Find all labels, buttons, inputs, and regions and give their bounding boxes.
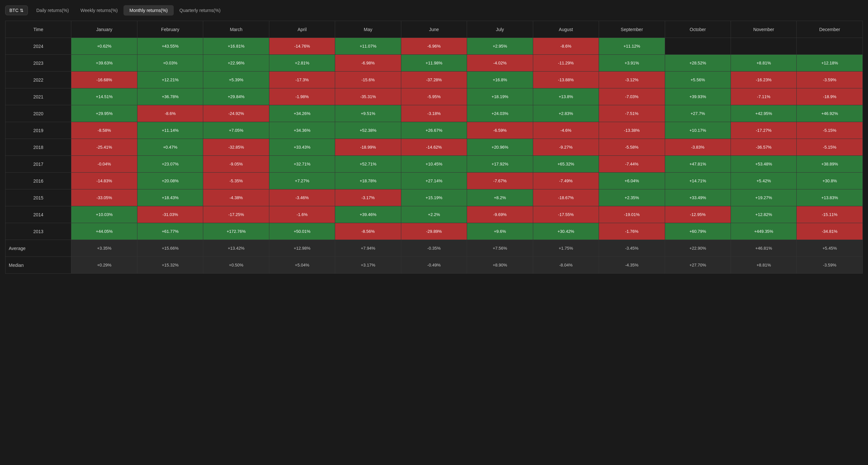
average-cell: +7.56%: [467, 240, 533, 257]
return-cell: +30.42%: [533, 223, 599, 240]
return-cell: +39.46%: [335, 206, 401, 223]
table-row: 2014+10.03%-31.03%-17.25%-1.6%+39.46%+2.…: [5, 206, 863, 223]
return-cell: +7.27%: [269, 173, 335, 190]
return-cell: +2.2%: [401, 206, 467, 223]
year-cell: 2020: [5, 105, 71, 122]
return-cell: -9.69%: [467, 206, 533, 223]
return-cell: +6.04%: [599, 173, 665, 190]
return-cell: +14.71%: [665, 173, 731, 190]
return-cell: +20.08%: [137, 173, 203, 190]
return-cell: +12.21%: [137, 72, 203, 89]
return-cell: +11.12%: [599, 38, 665, 55]
median-cell: +0.29%: [71, 257, 137, 274]
table-row: 2017-0.04%+23.07%-9.05%+32.71%+52.71%+10…: [5, 156, 863, 173]
asset-selector-label: BTC: [9, 8, 19, 13]
return-cell: -35.31%: [335, 89, 401, 105]
col-header-february: February: [137, 21, 203, 38]
return-cell: -14.76%: [269, 38, 335, 55]
return-cell: -15.6%: [335, 72, 401, 89]
return-cell: -4.6%: [533, 122, 599, 139]
return-cell: -4.38%: [203, 190, 269, 206]
return-cell: [731, 38, 796, 55]
col-header-march: March: [203, 21, 269, 38]
median-cell: +8.90%: [467, 257, 533, 274]
average-row: Average+3.35%+15.66%+13.42%+12.98%+7.94%…: [5, 240, 863, 257]
return-cell: -14.83%: [71, 173, 137, 190]
return-cell: -18.9%: [797, 89, 863, 105]
return-cell: +29.84%: [203, 89, 269, 105]
return-cell: -11.29%: [533, 55, 599, 72]
return-cell: +18.78%: [335, 173, 401, 190]
return-cell: +2.95%: [467, 38, 533, 55]
table-row: 2019-8.58%+11.14%+7.05%+34.36%+52.38%+26…: [5, 122, 863, 139]
return-cell: +27.14%: [401, 173, 467, 190]
year-cell: 2022: [5, 72, 71, 89]
return-cell: -5.35%: [203, 173, 269, 190]
return-cell: +33.43%: [269, 139, 335, 156]
return-cell: +50.01%: [269, 223, 335, 240]
median-row: Median+0.29%+15.32%+0.50%+5.04%+3.17%-0.…: [5, 257, 863, 274]
tab-monthly-returns---[interactable]: Monthly returns(%): [123, 5, 174, 15]
tab-quarterly-returns---[interactable]: Quarterly returns(%): [174, 5, 226, 15]
median-cell: -3.59%: [797, 257, 863, 274]
return-cell: -3.18%: [401, 105, 467, 122]
year-cell: 2016: [5, 173, 71, 190]
col-header-october: October: [665, 21, 731, 38]
average-cell: +3.35%: [71, 240, 137, 257]
return-cell: +61.77%: [137, 223, 203, 240]
return-cell: -8.56%: [335, 223, 401, 240]
return-cell: +24.03%: [467, 105, 533, 122]
return-cell: -16.68%: [71, 72, 137, 89]
return-cell: +65.32%: [533, 156, 599, 173]
tab-daily-returns---[interactable]: Daily returns(%): [30, 5, 74, 15]
return-cell: +18.43%: [137, 190, 203, 206]
return-cell: +33.49%: [665, 190, 731, 206]
return-cell: -9.27%: [533, 139, 599, 156]
return-cell: +5.39%: [203, 72, 269, 89]
median-cell: +8.81%: [731, 257, 796, 274]
return-cell: -9.05%: [203, 156, 269, 173]
return-cell: +36.78%: [137, 89, 203, 105]
return-cell: -12.95%: [665, 206, 731, 223]
return-cell: -18.67%: [533, 190, 599, 206]
table-row: 2023+39.63%+0.03%+22.96%+2.81%-6.98%+11.…: [5, 55, 863, 72]
median-cell: +15.32%: [137, 257, 203, 274]
year-cell: 2021: [5, 89, 71, 105]
return-cell: +10.17%: [665, 122, 731, 139]
return-cell: -33.05%: [71, 190, 137, 206]
return-cell: +0.47%: [137, 139, 203, 156]
asset-selector[interactable]: BTC ⇅: [5, 5, 28, 15]
return-cell: -6.96%: [401, 38, 467, 55]
return-cell: +39.93%: [665, 89, 731, 105]
return-cell: +53.48%: [731, 156, 796, 173]
return-cell: -24.92%: [203, 105, 269, 122]
return-cell: +5.56%: [665, 72, 731, 89]
return-cell: +18.19%: [467, 89, 533, 105]
return-cell: -8.58%: [71, 122, 137, 139]
return-cell: +5.42%: [731, 173, 796, 190]
tab-weekly-returns---[interactable]: Weekly returns(%): [74, 5, 123, 15]
return-cell: +43.55%: [137, 38, 203, 55]
median-cell: +3.17%: [335, 257, 401, 274]
return-cell: -1.6%: [269, 206, 335, 223]
return-cell: +15.19%: [401, 190, 467, 206]
return-cell: -17.27%: [731, 122, 796, 139]
return-cell: +19.27%: [731, 190, 796, 206]
returns-table-wrapper: TimeJanuaryFebruaryMarchAprilMayJuneJuly…: [5, 21, 863, 274]
return-cell: -15.11%: [797, 206, 863, 223]
return-cell: +11.14%: [137, 122, 203, 139]
return-cell: -8.6%: [137, 105, 203, 122]
average-cell: +46.81%: [731, 240, 796, 257]
return-cell: -6.98%: [335, 55, 401, 72]
return-cell: +39.63%: [71, 55, 137, 72]
return-cell: +60.79%: [665, 223, 731, 240]
table-row: 2022-16.68%+12.21%+5.39%-17.3%-15.6%-37.…: [5, 72, 863, 89]
return-cell: -7.03%: [599, 89, 665, 105]
return-cell: +14.51%: [71, 89, 137, 105]
return-cell: +9.6%: [467, 223, 533, 240]
year-cell: 2018: [5, 139, 71, 156]
return-cell: -13.38%: [599, 122, 665, 139]
col-header-april: April: [269, 21, 335, 38]
return-cell: +17.92%: [467, 156, 533, 173]
return-cell: -37.28%: [401, 72, 467, 89]
